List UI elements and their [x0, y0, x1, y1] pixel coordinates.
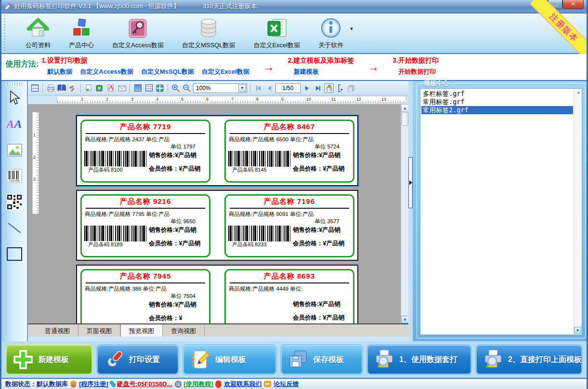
page-setup-book-icon[interactable] [57, 83, 66, 93]
zoom-level-select[interactable]: 100% ▼ [193, 83, 247, 93]
status-link[interactable]: 硬盘号:05F0158D... [117, 380, 172, 389]
preview-panel: 100% ▼ 1/50 12345678910111213 123 产品名称 7… [28, 81, 408, 341]
sale-price: 销售价格:¥产品销 [149, 301, 209, 309]
toolbar-button-company-info[interactable]: 公司资料 [26, 17, 51, 50]
toolbar-grip[interactable] [2, 15, 7, 51]
toolbar-dropdown-caret-icon[interactable]: ▾ [350, 26, 353, 32]
usage-link[interactable]: 默认数据 [47, 67, 72, 76]
member-price: 会员价格：¥产品销 [149, 240, 209, 248]
usage-link[interactable]: 新建模板 [294, 67, 319, 76]
template-list-item[interactable]: 多栏标签.grf [421, 90, 573, 98]
hand-pan-tool-icon[interactable] [324, 83, 334, 93]
barcode-tool-icon[interactable]: 123 456 [5, 166, 24, 186]
page-number-field[interactable]: 1/50 [275, 83, 301, 93]
product-label[interactable]: 产品名称 7719商品规格:产品规格 2437 单位:产品单位 1797产品条码… [80, 120, 210, 183]
chevron-down-icon[interactable]: ▼ [238, 84, 246, 92]
usage-link[interactable]: 自定义MsSQL数据 [141, 67, 194, 76]
print-settings-button[interactable]: 打印设置 [96, 344, 179, 375]
copy-page-icon[interactable] [346, 83, 356, 93]
text-select-tool-icon[interactable] [335, 83, 345, 93]
tools-icon[interactable] [68, 83, 78, 93]
close-button[interactable]: ✕ [562, 0, 584, 9]
usage-link[interactable]: 开始数据打印 [398, 67, 436, 76]
ruler-number: 6 [206, 97, 209, 102]
label-bottom: 产品条码 8100销售价格:¥产品销会员价格：¥产品销 [82, 151, 209, 174]
qrcode-tool-icon[interactable] [5, 192, 24, 212]
status-link[interactable]: [程序注册] [79, 380, 108, 389]
product-label[interactable]: 产品名称 7196商品规格:产品规格 9091 单位:产品单位 3577产品条码… [224, 194, 354, 257]
ruler-number: 5 [181, 97, 184, 102]
status-link[interactable]: [使用教程] [184, 380, 213, 389]
toolbar-button-about[interactable]: 关于软件 [318, 17, 343, 50]
next-page-icon[interactable] [302, 83, 312, 93]
toolbar-button-access-data[interactable]: 自定义Access数据 [112, 17, 164, 50]
save-icon [287, 349, 309, 371]
select-tool-cursor-icon[interactable] [5, 88, 24, 107]
prev-page-icon[interactable] [264, 83, 274, 93]
edit-template-button[interactable]: 编辑模板 [183, 344, 277, 375]
last-page-icon[interactable] [313, 83, 323, 93]
label-page[interactable]: 产品名称 9216商品规格:产品规格 7795 单位:产品单位 9650产品条码… [76, 190, 358, 261]
new-template-button[interactable]: 新建模板 [5, 344, 93, 375]
scroll-down-icon[interactable]: ▼ [574, 327, 581, 334]
tab-查询视图[interactable]: 查询视图 [163, 324, 205, 336]
export-report-icon[interactable] [84, 83, 93, 93]
first-page-icon[interactable] [253, 83, 263, 93]
list-scrollbar[interactable]: ▲ ▼ [574, 89, 582, 335]
export-pdf-icon[interactable] [106, 83, 116, 93]
usage-label: 使用方法: [5, 59, 39, 80]
save-template-button[interactable]: 保存模板 [280, 344, 363, 375]
preview-canvas[interactable]: 123 产品名称 7719商品规格:产品规格 2437 单位:产品单位 1797… [28, 104, 408, 323]
template-listbox[interactable]: 多栏标签.grf常用标签.grf常用标签2.grf ▲ ▼ [420, 88, 582, 335]
tab-预览视图[interactable]: 预览视图 [120, 324, 163, 336]
canvas-vertical-scrollbar[interactable]: ▲ ▼ [401, 104, 408, 323]
toolbar-button-product-center[interactable]: 产品中心 [69, 17, 94, 50]
scroll-up-icon[interactable]: ▲ [401, 104, 408, 112]
collapse-panel-button[interactable] [408, 157, 413, 208]
access-data-icon [127, 17, 149, 40]
mssql-database-icon [197, 17, 220, 40]
edit-icon [189, 349, 211, 371]
label-spec: 商品规格:产品规格 4449 单位: [226, 285, 353, 293]
label-divider [86, 208, 205, 209]
ruler-number: 2 [33, 155, 36, 160]
sale-price: 销售价格:¥产品销 [293, 226, 353, 234]
label-page[interactable]: 产品名称 7719商品规格:产品规格 2437 单位:产品单位 1797产品条码… [76, 115, 358, 186]
usage-link[interactable]: 自定义Access数据 [80, 67, 133, 76]
status-link[interactable]: 欢迎联系我们 [224, 380, 261, 389]
usage-link[interactable]: 自定义Excel数据 [202, 67, 249, 76]
toolbar-button-mssql-data[interactable]: 自定义MSSQL数据 [182, 17, 235, 50]
product-label[interactable]: 产品名称 9216商品规格:产品规格 7795 单位:产品单位 9650产品条码… [80, 194, 210, 257]
tab-页面视图[interactable]: 页面视图 [78, 324, 120, 336]
rectangle-tool-icon[interactable] [5, 244, 24, 264]
scrollbar-thumb[interactable] [402, 112, 408, 126]
scroll-up-icon[interactable]: ▲ [576, 90, 581, 94]
send-mail-icon[interactable] [117, 83, 127, 93]
tab-普通视图[interactable]: 普通视图 [37, 324, 78, 336]
label-unit2: 单位 1797 [82, 143, 209, 150]
status-links: [程序注册]硬盘号:05F0158D...[使用教程]欢迎联系我们论坛反馈 [70, 380, 299, 389]
page-view-icon[interactable] [144, 83, 154, 93]
text-tool-icon[interactable]: AA [5, 114, 24, 134]
zoom-in-icon[interactable] [171, 83, 181, 93]
properties-icon[interactable] [30, 83, 39, 93]
scroll-down-icon[interactable]: ▼ [401, 316, 408, 323]
print-layout-icon[interactable] [133, 83, 143, 93]
multi-page-icon[interactable] [155, 83, 165, 93]
template-list-item[interactable]: 常用标签.grf [421, 98, 573, 106]
toolbar-button-excel-data[interactable]: 自定义Excel数据 [253, 17, 300, 50]
print-icon[interactable] [46, 83, 55, 93]
palette-grip[interactable] [6, 82, 23, 85]
status-link[interactable]: 论坛反馈 [274, 380, 299, 389]
zoom-out-icon[interactable] [182, 83, 192, 93]
template-list-item[interactable]: 常用标签2.grf [421, 106, 573, 114]
product-label[interactable]: 产品名称 8693商品规格:产品规格 4449 单位:销售价格:¥产品销会员价格… [224, 269, 354, 323]
direct-print-button[interactable]: 2、直接打印上面模板 [475, 344, 583, 375]
label-page[interactable]: 产品名称 7945商品规格:产品规格 386 单位:产品单位 7504销售价格:… [76, 265, 358, 323]
product-label[interactable]: 产品名称 8467商品规格:产品规格 6500 单位:产品单位 5724产品条码… [224, 120, 354, 183]
use-data-print-button[interactable]: 1、使用数据套打 [366, 344, 472, 375]
line-tool-icon[interactable] [5, 218, 24, 238]
image-tool-icon[interactable] [5, 140, 24, 160]
product-label[interactable]: 产品名称 7945商品规格:产品规格 386 单位:产品单位 7504销售价格:… [80, 269, 210, 323]
export-excel-icon[interactable] [95, 83, 105, 93]
